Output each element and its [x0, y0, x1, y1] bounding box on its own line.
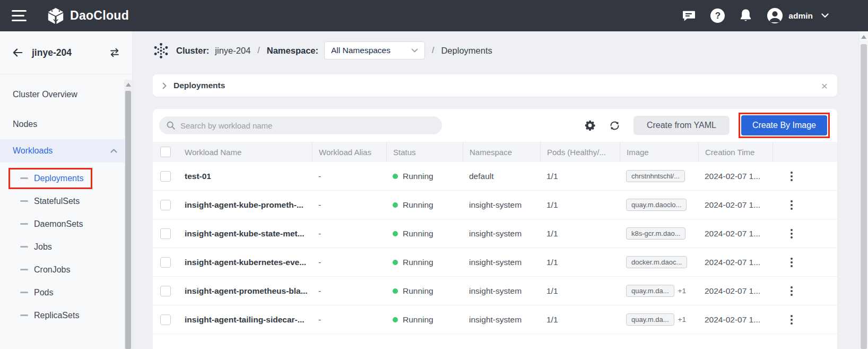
- row-checkbox[interactable]: [160, 314, 171, 325]
- chevron-right-icon: [162, 82, 167, 89]
- brand-name: DaoCloud: [70, 8, 129, 23]
- table-row: insight-agent-tailing-sidecar-... - Runn…: [153, 305, 837, 334]
- table-row: test-01 - Running default 1/1 chrstnhnts…: [153, 162, 837, 191]
- column-header-workload-name: Workload Name: [178, 148, 312, 157]
- switch-cluster-icon[interactable]: [109, 47, 120, 58]
- table-row: insight-agent-prometheus-bla... - Runnin…: [153, 277, 837, 305]
- search-box[interactable]: [159, 116, 442, 134]
- panel-title: Deployments: [173, 81, 225, 90]
- row-checkbox[interactable]: [160, 257, 171, 268]
- image-chip: docker.m.daoc...: [626, 256, 687, 268]
- row-checkbox[interactable]: [160, 200, 171, 210]
- select-chevron-down-icon: [411, 48, 418, 53]
- workload-name-link[interactable]: insight-agent-kube-state-met...: [185, 229, 305, 238]
- sidebar-item-replicasets[interactable]: ReplicaSets: [0, 304, 132, 327]
- workload-alias: -: [318, 286, 321, 295]
- row-checkbox[interactable]: [160, 286, 171, 296]
- settings-gear-icon[interactable]: [584, 120, 596, 131]
- row-actions-kebab-icon[interactable]: [791, 286, 793, 296]
- sidebar: jinye-204 Cluster Overview Nodes Workloa…: [0, 31, 133, 349]
- pods-value: 1/1: [546, 229, 558, 238]
- sidebar-item-statefulsets[interactable]: StatefulSets: [0, 190, 132, 212]
- creation-time: 2024-02-07 1...: [705, 315, 760, 324]
- sidebar-cluster-name: jinye-204: [32, 47, 109, 58]
- table-body: test-01 - Running default 1/1 chrstnhnts…: [153, 162, 837, 334]
- workload-name-link[interactable]: test-01: [185, 172, 211, 181]
- workload-name-link[interactable]: insight-agent-kubernetes-eve...: [185, 258, 306, 267]
- table-row: insight-agent-kubernetes-eve... - Runnin…: [153, 248, 837, 277]
- sidebar-scrollbar-thumb[interactable]: [125, 91, 131, 349]
- cluster-label: Cluster:: [176, 46, 209, 56]
- select-all-checkbox[interactable]: [160, 147, 171, 157]
- workload-name-link[interactable]: insight-agent-prometheus-bla...: [185, 286, 308, 295]
- notifications-bell-icon[interactable]: [739, 8, 752, 23]
- search-input[interactable]: [180, 121, 435, 130]
- dash-icon: [20, 200, 28, 202]
- workload-alias: -: [318, 315, 321, 324]
- sidebar-item-pods[interactable]: Pods: [0, 281, 132, 304]
- breadcrumb-page: Deployments: [441, 46, 492, 56]
- sidebar-item-jobs[interactable]: Jobs: [0, 235, 132, 258]
- dash-icon: [20, 223, 28, 225]
- row-checkbox[interactable]: [160, 228, 171, 239]
- table-toolbar: Create from YAML Create By Image: [153, 109, 837, 142]
- refresh-icon[interactable]: [609, 120, 620, 131]
- status-text: Running: [403, 315, 433, 325]
- chevron-up-icon: [110, 149, 117, 153]
- namespace-value: default: [469, 172, 494, 181]
- username: admin: [788, 11, 813, 21]
- menu-icon[interactable]: [12, 10, 27, 21]
- create-by-image-button[interactable]: Create By Image: [741, 115, 827, 135]
- messages-icon[interactable]: [682, 9, 696, 22]
- close-icon[interactable]: ×: [821, 80, 828, 91]
- sidebar-item-cronjobs[interactable]: CronJobs: [0, 258, 132, 281]
- status-dot: [393, 317, 398, 322]
- workloads-card: Create from YAML Create By Image Workloa…: [153, 109, 837, 349]
- sidebar-item-workloads[interactable]: Workloads: [0, 139, 132, 163]
- help-icon[interactable]: ?: [710, 8, 725, 23]
- cluster-value[interactable]: jinye-204: [215, 46, 250, 56]
- pods-value: 1/1: [546, 286, 558, 295]
- breadcrumb-separator: /: [256, 46, 261, 55]
- row-checkbox[interactable]: [160, 171, 171, 182]
- user-menu[interactable]: admin: [767, 7, 829, 24]
- back-arrow-icon[interactable]: [12, 47, 23, 58]
- breadcrumb-separator: /: [431, 46, 435, 55]
- sidebar-scrollbar[interactable]: [124, 80, 132, 349]
- page-scrollbar-thumb[interactable]: [861, 44, 867, 349]
- sidebar-item-deployments[interactable]: Deployments: [0, 167, 132, 190]
- create-from-yaml-button[interactable]: Create from YAML: [633, 116, 730, 135]
- row-actions-kebab-icon[interactable]: [791, 258, 793, 267]
- sidebar-item-daemonsets[interactable]: DaemonSets: [0, 212, 132, 235]
- scroll-up-arrow-icon[interactable]: [126, 83, 131, 87]
- sidebar-subitem-label: Deployments: [34, 174, 83, 183]
- avatar: [767, 7, 783, 24]
- sidebar-cluster-header: jinye-204: [0, 31, 132, 74]
- creation-time: 2024-02-07 1...: [705, 286, 760, 295]
- row-actions-kebab-icon[interactable]: [791, 229, 793, 239]
- help-glyph: ?: [715, 11, 721, 21]
- deployments-panel-bar[interactable]: Deployments ×: [153, 74, 837, 97]
- daocloud-logo[interactable]: DaoCloud: [47, 7, 129, 25]
- image-chip: quay.m.daoclo...: [626, 199, 687, 211]
- cluster-dots-icon: [153, 42, 169, 59]
- column-header-namespace: Namespace: [463, 142, 540, 162]
- scroll-up-arrow-icon[interactable]: [861, 35, 866, 39]
- sidebar-subitem-label: Jobs: [34, 242, 52, 252]
- page-scrollbar[interactable]: [859, 31, 868, 349]
- pods-value: 1/1: [546, 200, 558, 209]
- row-actions-kebab-icon[interactable]: [791, 200, 793, 210]
- row-actions-kebab-icon[interactable]: [791, 172, 793, 181]
- status-text: Running: [403, 172, 433, 181]
- status-dot: [393, 174, 398, 179]
- workload-name-link[interactable]: insight-agent-kube-prometh-...: [185, 200, 303, 209]
- main-content: Cluster: jinye-204 / Namespace: All Name…: [133, 31, 868, 349]
- sidebar-item-nodes[interactable]: Nodes: [0, 109, 132, 139]
- sidebar-item-cluster-overview[interactable]: Cluster Overview: [0, 80, 132, 109]
- workload-name-link[interactable]: insight-agent-tailing-sidecar-...: [185, 315, 305, 324]
- pods-value: 1/1: [546, 172, 558, 181]
- row-actions-kebab-icon[interactable]: [791, 315, 793, 325]
- namespace-select[interactable]: All Namespaces: [324, 41, 425, 59]
- image-chip: k8s-gcr.m.dao...: [626, 227, 685, 240]
- dash-icon: [20, 314, 28, 316]
